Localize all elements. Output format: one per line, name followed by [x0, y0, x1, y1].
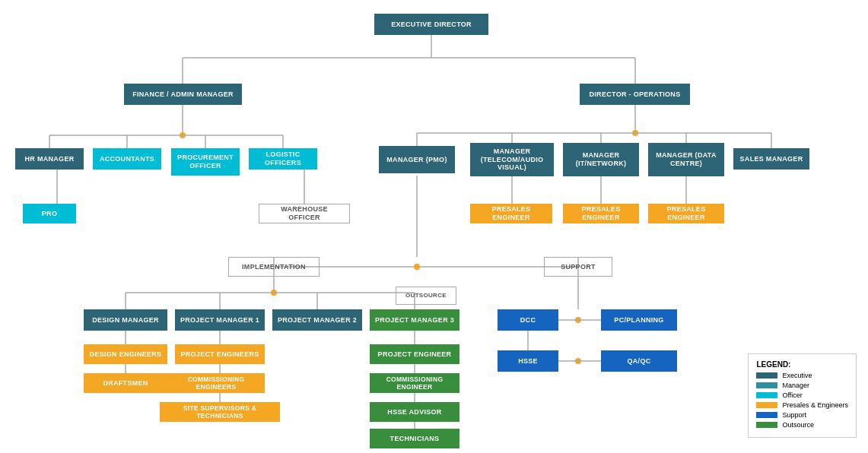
site-supervisors-node: SITE SUPERVISORS & TECHNICIANS: [160, 402, 280, 422]
legend-executive-color: [756, 372, 777, 379]
draftsmen-node: DRAFTSMEN: [84, 373, 167, 393]
dcc-node: DCC: [498, 309, 558, 331]
design-manager-node: DESIGN MANAGER: [84, 309, 167, 331]
legend-presales-label: Presales & Engineers: [782, 401, 848, 409]
hr-manager-node: HR MANAGER: [15, 148, 84, 169]
legend-officer: Officer: [756, 391, 848, 399]
technicians-node: TECHNICIANS: [370, 429, 459, 448]
hsse-advisor-node: HSSE ADVISOR: [370, 402, 459, 422]
procurement-node: PROCUREMENT OFFICER: [171, 148, 240, 176]
org-chart: EXECUTIVE DIRECTOR FINANCE / ADMIN MANAG…: [0, 0, 868, 453]
presales2-node: PRESALES ENGINEER: [563, 204, 639, 223]
finance-admin-node: FINANCE / ADMIN MANAGER: [124, 84, 242, 105]
svg-point-5: [180, 132, 186, 138]
svg-point-30: [271, 290, 277, 296]
svg-point-46: [575, 317, 581, 323]
manager-dc-node: MANAGER (DATA CENTRE): [648, 143, 724, 176]
svg-point-26: [414, 264, 420, 270]
legend-presales: Presales & Engineers: [756, 401, 848, 409]
pm2-node: PROJECT MANAGER 2: [272, 309, 362, 331]
director-ops-node: DIRECTOR - OPERATIONS: [580, 84, 690, 105]
legend-outsource: Outsource: [756, 421, 848, 429]
legend-executive: Executive: [756, 372, 848, 379]
legend-executive-label: Executive: [782, 372, 812, 379]
commissioning-eng3-node: COMMISSIONING ENGINEER: [370, 373, 459, 393]
legend-officer-color: [756, 392, 777, 398]
sales-manager-node: SALES MANAGER: [733, 148, 809, 169]
legend-outsource-color: [756, 422, 777, 428]
exec-director-node: EXECUTIVE DIRECTOR: [374, 14, 488, 35]
legend-outsource-label: Outsource: [782, 421, 814, 429]
qa-qc-node: QA/QC: [601, 350, 677, 372]
warehouse-node: WAREHOUSE OFFICER: [259, 204, 350, 223]
support-node: SUPPORT: [544, 257, 612, 277]
svg-point-51: [575, 358, 581, 364]
svg-point-14: [632, 130, 638, 136]
presales1-node: PRESALES ENGINEER: [470, 204, 552, 223]
implementation-node: IMPLEMENTATION: [228, 257, 320, 277]
project-engineers1-node: PROJECT ENGINEERS: [175, 344, 265, 364]
legend-manager: Manager: [756, 382, 848, 389]
legend-support: Support: [756, 411, 848, 419]
legend-support-color: [756, 412, 777, 418]
pro-node: PRO: [23, 204, 76, 223]
legend-support-label: Support: [782, 411, 806, 419]
presales3-node: PRESALES ENGINEER: [648, 204, 724, 223]
hsse-node: HSSE: [498, 350, 558, 372]
outsource-node: OUTSOURCE: [396, 287, 456, 305]
legend-officer-label: Officer: [782, 391, 802, 399]
manager-it-node: MANAGER (IT/NETWORK): [563, 143, 639, 176]
legend-manager-label: Manager: [782, 382, 809, 389]
manager-telecom-node: MANAGER (TELECOM/AUDIO VISUAL): [470, 143, 554, 176]
legend: LEGEND: Executive Manager Officer Presal…: [748, 353, 857, 438]
design-engineers-node: DESIGN ENGINEERS: [84, 344, 167, 364]
pm1-node: PROJECT MANAGER 1: [175, 309, 265, 331]
legend-manager-color: [756, 382, 777, 388]
pm3-node: PROJECT MANAGER 3: [370, 309, 459, 331]
commissioning-eng1-node: COMMISSIONING ENGINEERS: [167, 373, 265, 393]
legend-title: LEGEND:: [756, 360, 848, 369]
accountants-node: ACCOUNTANTS: [93, 148, 161, 169]
pc-planning-node: PC/PLANNING: [601, 309, 677, 331]
legend-presales-color: [756, 402, 777, 408]
logistic-node: LOGISTIC OFFICERS: [249, 148, 317, 169]
manager-pmo-node: MANAGER (PMO): [379, 146, 455, 173]
project-engineer3-node: PROJECT ENGINEER: [370, 344, 459, 364]
